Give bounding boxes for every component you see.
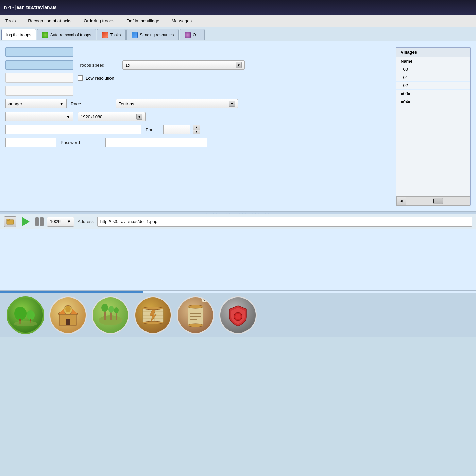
menu-messages[interactable]: Messages: [169, 17, 194, 25]
villages-nav-prev[interactable]: ◀: [396, 196, 406, 206]
manager-value: anager: [8, 101, 22, 106]
village-item-3[interactable]: =03=: [396, 90, 470, 98]
village-item-1[interactable]: =01=: [396, 73, 470, 82]
host-select-arrow: ▼: [66, 114, 70, 119]
svg-point-28: [188, 305, 203, 308]
villages-title: Villages: [396, 48, 470, 57]
game-icon-special[interactable]: [219, 296, 257, 334]
port-group: 8080 ▲ ▼: [163, 125, 200, 134]
user-password-row: Password: [5, 137, 390, 148]
port-spin-up[interactable]: ▲: [193, 125, 200, 130]
troops-speed-value: 1x: [125, 63, 130, 68]
resolution-value: 1920x1080: [81, 114, 102, 119]
tab-tasks-label: Tasks: [110, 33, 121, 37]
svg-point-4: [27, 310, 35, 320]
zoom-arrow: ▼: [67, 219, 71, 224]
village-item-0[interactable]: =00=: [396, 65, 470, 73]
tab-auto-removal[interactable]: Auto removal of troops: [37, 29, 97, 40]
villages-footer: ◀ |||: [396, 196, 470, 205]
play-button[interactable]: [20, 216, 32, 228]
race-value: Teutons: [119, 101, 134, 106]
left-panel: n.us/ Troops speed 1x ▼ Low resolution: [5, 47, 390, 206]
troops-speed-arrow: ▼: [236, 62, 242, 68]
svg-point-14: [101, 304, 108, 312]
user-input[interactable]: [5, 138, 56, 147]
port-spinner[interactable]: ▲ ▼: [193, 125, 200, 134]
zoom-value: 100%: [50, 219, 61, 224]
folder-icon: [6, 218, 14, 225]
svg-point-2: [14, 307, 27, 320]
pause-bar-left: [35, 217, 39, 226]
play-icon: [22, 217, 30, 226]
low-resolution-checkbox[interactable]: [78, 75, 83, 81]
quest-svg: [182, 302, 209, 329]
menu-def[interactable]: Def in the village: [124, 17, 162, 25]
icon-row: 99+: [0, 293, 476, 337]
manager-arrow: ▼: [59, 101, 64, 106]
resolution-row: ▼ 1920x1080 ▼: [5, 112, 390, 122]
address-input[interactable]: [97, 217, 472, 227]
url-input[interactable]: n.us/: [5, 47, 73, 57]
menu-recognition[interactable]: Recognition of attacks: [25, 17, 74, 25]
troops-speed-select[interactable]: 1x ▼: [122, 60, 245, 70]
game-icon-map[interactable]: [134, 296, 172, 334]
special-svg: [224, 302, 252, 329]
resolution-select[interactable]: 1920x1080 ▼: [78, 112, 146, 121]
resize-dots: · · · · · · · · · · · · · · · · · · · ·: [206, 211, 270, 215]
tab-sending-resources[interactable]: Sending resources: [126, 29, 179, 40]
pause-button[interactable]: [35, 217, 44, 226]
svg-point-35: [235, 314, 241, 319]
empty-box-2: [5, 86, 73, 96]
selected-item-highlight: [5, 60, 73, 70]
zoom-select[interactable]: 100% ▼: [47, 217, 74, 227]
troops-speed-row: Troops speed 1x ▼: [5, 60, 390, 70]
tab-tasks[interactable]: Tasks: [97, 29, 126, 40]
host-port-row: Port 8080 ▲ ▼: [5, 124, 390, 135]
game-icon-building[interactable]: [49, 296, 87, 334]
svg-rect-9: [66, 319, 70, 325]
svg-point-16: [108, 306, 114, 313]
resize-handle[interactable]: · · · · · · · · · · · · · · · · · · · ·: [0, 211, 476, 214]
tab-ordering-troops-label: ing the troops: [6, 33, 31, 37]
map-svg: [139, 302, 167, 329]
svg-point-26: [143, 321, 163, 324]
low-resolution-group: Low resolution: [78, 75, 114, 81]
sending-resources-icon: [132, 32, 138, 38]
village-item-2[interactable]: =02=: [396, 82, 470, 90]
menu-ordering[interactable]: Ordering troops: [81, 17, 117, 25]
port-input[interactable]: 8080: [163, 125, 190, 134]
game-icon-field[interactable]: [92, 296, 129, 334]
auto-removal-icon: [42, 32, 48, 38]
password-label: Password: [61, 140, 101, 145]
host-input[interactable]: [5, 125, 141, 134]
race-label: Race: [71, 101, 112, 106]
tab-bar: ing the troops Auto removal of troops Ta…: [0, 27, 476, 41]
villages-scrollbar[interactable]: |||: [406, 196, 470, 206]
bottom-bar: 99+: [0, 290, 476, 337]
race-select[interactable]: Teutons ▼: [116, 99, 238, 108]
svg-point-25: [143, 307, 163, 310]
game-icon-quest[interactable]: 99+: [177, 296, 214, 334]
pause-bar-right: [40, 217, 44, 226]
menu-tools[interactable]: Tools: [3, 17, 18, 25]
empty-row: [5, 86, 390, 96]
manager-select[interactable]: anager ▼: [5, 99, 67, 108]
tasks-icon: [102, 32, 108, 38]
svg-point-6: [14, 321, 37, 326]
host-select[interactable]: ▼: [5, 112, 73, 121]
tab-sending-resources-label: Sending resources: [140, 33, 174, 37]
building-svg: [54, 302, 82, 329]
folder-nav-btn[interactable]: [4, 216, 16, 227]
tab-ordering-troops[interactable]: ing the troops: [1, 29, 36, 40]
port-spin-down[interactable]: ▼: [193, 130, 200, 134]
svg-point-18: [114, 307, 119, 313]
tab-other[interactable]: O...: [180, 29, 204, 40]
main-content: n.us/ Troops speed 1x ▼ Low resolution: [0, 41, 476, 211]
menu-bar: Tools Recognition of attacks Ordering tr…: [0, 15, 476, 27]
low-resolution-row: Low resolution: [5, 73, 390, 83]
title-bar: n 4 - jean ts3.travian.us: [0, 0, 476, 15]
tab-auto-removal-label: Auto removal of troops: [50, 33, 91, 37]
game-icon-village[interactable]: [7, 296, 44, 334]
password-input[interactable]: [105, 138, 207, 147]
village-item-4[interactable]: =04=: [396, 98, 470, 106]
